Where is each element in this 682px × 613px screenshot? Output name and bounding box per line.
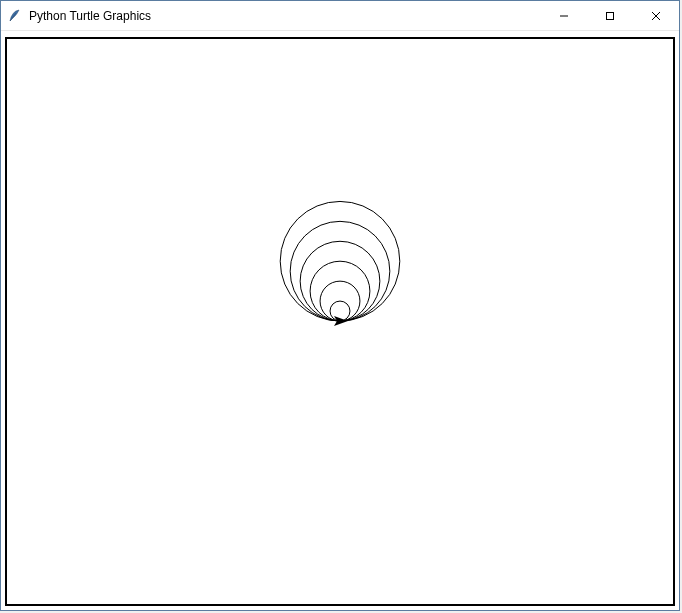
svg-point-6 — [310, 261, 370, 321]
turtle-canvas — [7, 39, 673, 604]
python-feather-icon — [7, 8, 23, 24]
maximize-button[interactable] — [587, 1, 633, 31]
app-window: Python Turtle Graphics — [0, 0, 680, 611]
window-controls — [541, 1, 679, 30]
minimize-button[interactable] — [541, 1, 587, 31]
turtle-drawing — [7, 39, 673, 604]
titlebar[interactable]: Python Turtle Graphics — [1, 1, 679, 31]
close-button[interactable] — [633, 1, 679, 31]
svg-rect-1 — [607, 13, 614, 20]
svg-point-8 — [290, 221, 390, 321]
window-title: Python Turtle Graphics — [29, 9, 541, 23]
canvas-frame — [5, 37, 675, 606]
svg-point-4 — [330, 301, 350, 321]
